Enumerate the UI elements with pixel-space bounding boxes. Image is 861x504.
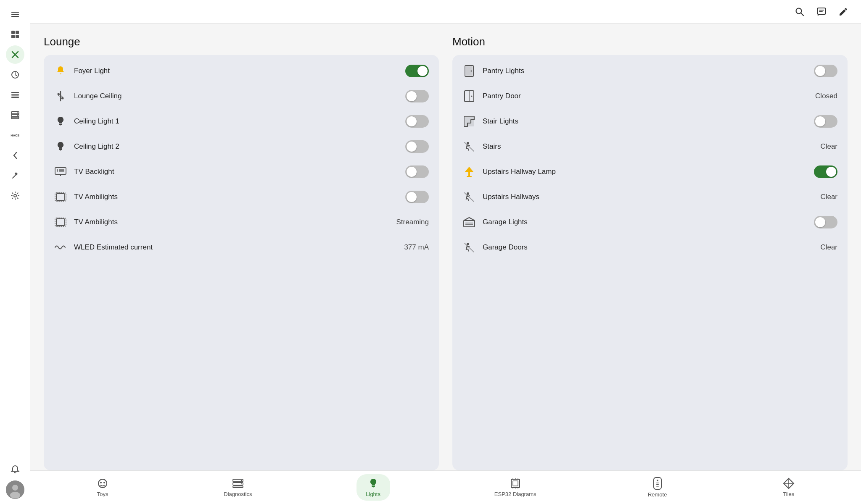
table-row: Foyer Light <box>44 58 439 84</box>
table-row: Ceiling Light 2 <box>44 134 439 159</box>
svg-rect-86 <box>656 484 659 485</box>
tv-backlight-icon <box>54 165 67 178</box>
table-row: TV Ambilights Streaming <box>44 210 439 235</box>
device-name: Foyer Light <box>74 67 399 75</box>
avatar[interactable] <box>6 480 24 499</box>
nav-diagnostics[interactable]: Diagnostics <box>217 474 259 501</box>
garage-icon <box>462 215 476 229</box>
library-button[interactable] <box>6 86 24 104</box>
device-value: Clear <box>820 193 837 201</box>
door-icon <box>462 64 476 78</box>
svg-line-25 <box>801 13 803 16</box>
device-name: Upstairs Hallway Lamp <box>483 168 807 176</box>
table-row: Garage Doors Clear <box>452 235 848 260</box>
lounge-section: Lounge Foyer Light <box>44 35 439 470</box>
table-row: TV Backlight <box>44 159 439 184</box>
nav-remote[interactable]: Remote <box>641 474 674 501</box>
svg-rect-4 <box>16 31 19 34</box>
tv-ambilights-toggle[interactable] <box>405 191 429 203</box>
nav-esp32-label: ESP32 Diagrams <box>494 491 536 497</box>
svg-point-16 <box>17 113 18 113</box>
history-button[interactable] <box>6 66 24 84</box>
svg-rect-76 <box>513 481 518 486</box>
nav-diagnostics-label: Diagnostics <box>224 491 252 497</box>
device-name: Stairs <box>483 142 813 151</box>
nav-esp32[interactable]: ESP32 Diagrams <box>488 474 543 501</box>
device-name: Ceiling Light 1 <box>74 117 399 126</box>
server-button[interactable] <box>6 106 24 124</box>
nav-toys[interactable]: Toys <box>86 474 119 501</box>
hacs-button[interactable]: HACS <box>6 126 24 144</box>
door-open-icon <box>462 89 476 103</box>
table-row: Pantry Lights <box>452 58 848 84</box>
search-button[interactable] <box>792 4 807 19</box>
svg-line-65 <box>465 243 474 252</box>
garage-lights-toggle[interactable] <box>814 216 837 228</box>
main-content: Lounge Foyer Light <box>30 0 861 504</box>
svg-rect-75 <box>511 479 520 488</box>
svg-rect-3 <box>11 31 15 34</box>
chat-button[interactable] <box>814 4 829 19</box>
svg-rect-1 <box>11 14 19 15</box>
svg-rect-10 <box>11 92 19 93</box>
pantry-lights-toggle[interactable] <box>814 65 837 77</box>
hallway-lamp-toggle[interactable] <box>814 165 837 178</box>
device-value: Streaming <box>396 218 429 226</box>
svg-rect-58 <box>467 176 472 177</box>
menu-button[interactable] <box>6 5 24 24</box>
device-name: Garage Doors <box>483 243 813 252</box>
lamp-icon <box>462 165 476 178</box>
nav-lights-label: Lights <box>366 491 380 497</box>
tools-button[interactable] <box>6 45 24 64</box>
svg-point-17 <box>17 115 18 116</box>
table-row: TV Ambilights <box>44 184 439 210</box>
foyer-light-toggle[interactable] <box>405 65 429 77</box>
toys-icon <box>97 478 108 489</box>
svg-rect-32 <box>59 124 62 125</box>
table-row: Garage Lights <box>452 210 848 235</box>
svg-rect-71 <box>233 486 243 488</box>
sidebar: HACS <box>0 0 30 504</box>
device-name: Garage Lights <box>483 218 807 226</box>
svg-point-84 <box>657 480 658 481</box>
device-name: Lounge Ceiling <box>74 92 399 100</box>
svg-line-55 <box>465 142 474 151</box>
dashboard-button[interactable] <box>6 25 24 44</box>
device-value: 377 mA <box>404 243 429 252</box>
lounge-ceiling-toggle[interactable] <box>405 90 429 102</box>
svg-rect-42 <box>56 194 65 200</box>
bell-button[interactable] <box>6 460 24 479</box>
lights-icon <box>367 478 379 489</box>
content-area: Lounge Foyer Light <box>30 24 861 470</box>
ceiling-light1-toggle[interactable] <box>405 115 429 128</box>
svg-rect-0 <box>11 12 19 13</box>
esp32-icon <box>510 478 521 489</box>
nav-lights[interactable]: Lights <box>357 474 390 501</box>
svg-rect-15 <box>11 117 19 119</box>
settings-button[interactable] <box>6 186 24 205</box>
wave-icon <box>54 241 67 254</box>
svg-rect-12 <box>11 97 19 98</box>
bulb-icon <box>54 115 67 128</box>
bottom-nav: Toys Diagnostics <box>30 470 861 504</box>
nav-remote-label: Remote <box>648 491 667 498</box>
table-row: Stairs Clear <box>452 134 848 159</box>
svg-point-20 <box>14 194 16 197</box>
tv-backlight-toggle[interactable] <box>405 165 429 178</box>
nav-tiles[interactable]: Tiles <box>772 474 806 501</box>
hammer-button[interactable] <box>6 166 24 185</box>
svg-marker-56 <box>465 167 473 172</box>
device-name: Upstairs Hallways <box>483 193 813 201</box>
motion2-icon <box>462 190 476 204</box>
vscode-button[interactable] <box>6 146 24 165</box>
table-row: Upstairs Hallway Lamp <box>452 159 848 184</box>
stair-lights-toggle[interactable] <box>814 115 837 128</box>
svg-rect-11 <box>11 94 19 96</box>
device-name: WLED Estimated current <box>74 243 397 252</box>
svg-rect-2 <box>11 16 19 17</box>
topbar <box>30 0 861 24</box>
svg-point-48 <box>471 71 472 72</box>
svg-point-54 <box>467 142 469 144</box>
ceiling-light2-toggle[interactable] <box>405 140 429 153</box>
edit-button[interactable] <box>836 4 851 19</box>
